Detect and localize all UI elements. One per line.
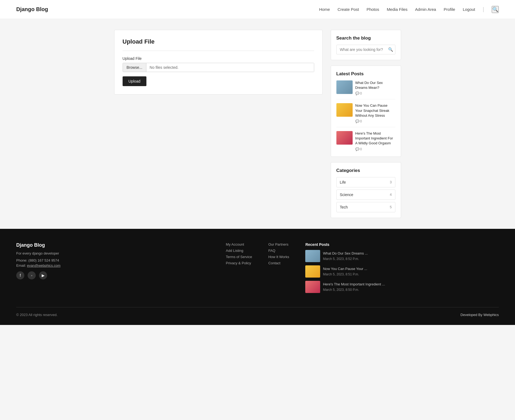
category-name-science: Science <box>340 193 353 197</box>
category-item-science[interactable]: Science 4 <box>336 190 395 200</box>
nav-media-files[interactable]: Media Files <box>387 7 408 12</box>
footer-link-how-it-works[interactable]: How It Works <box>268 255 289 259</box>
category-item-tech[interactable]: Tech 5 <box>336 202 395 212</box>
sidebar-post-thumb-2 <box>336 131 353 145</box>
sidebar-post-title-2[interactable]: Here's The Most Important Ingredient For… <box>355 131 395 146</box>
footer-col-2: Our Partners FAQ How It Works Contact <box>268 242 289 296</box>
footer-post-item-0: What Do Our Sex Dreams ... March 5, 2023… <box>305 250 499 262</box>
nav-profile[interactable]: Profile <box>444 7 455 12</box>
category-name-tech: Tech <box>340 205 348 209</box>
footer-links: My Account Add Listing Terms of Service … <box>226 242 289 296</box>
nav-logout[interactable]: Logout <box>463 7 475 12</box>
upload-section: Upload File Upload File Browse... No fil… <box>114 30 323 95</box>
site-footer: Django Blog For every django developer P… <box>0 229 515 325</box>
search-card: Search the blog 🔍 <box>331 30 401 60</box>
category-name-life: Life <box>340 180 346 184</box>
search-title: Search the blog <box>336 35 395 41</box>
nav-admin-area[interactable]: Admin Area <box>415 7 436 12</box>
footer-phone: Phone: (880) 167 524 9574 <box>16 258 210 262</box>
upload-title: Upload File <box>123 38 314 45</box>
footer-developed: Developed By Webphics <box>461 313 499 317</box>
footer-link-faq[interactable]: FAQ <box>268 249 289 253</box>
nav-home[interactable]: Home <box>319 7 330 12</box>
footer-brand: Django Blog For every django developer P… <box>16 242 210 296</box>
footer-post-title-0[interactable]: What Do Our Sex Dreams ... <box>323 251 499 256</box>
categories-card: Categories Life 3 Science 4 Tech 5 <box>331 162 401 218</box>
comment-icon: 💬 <box>355 119 359 123</box>
footer-post-date-2: March 5, 2023, 8:50 P.m. <box>323 288 499 292</box>
latest-posts-title: Latest Posts <box>336 71 395 77</box>
footer-link-add-listing[interactable]: Add Listing <box>226 249 252 253</box>
categories-title: Categories <box>336 168 395 173</box>
footer-post-date-0: March 5, 2023, 8:52 P.m. <box>323 257 499 261</box>
browse-button[interactable]: Browse... <box>123 63 146 72</box>
sidebar-post-comments-1: 💬 0 <box>355 119 395 123</box>
footer-post-item-2: Here's The Most Important Ingredient ...… <box>305 281 499 293</box>
footer-copyright: © 2023 All rights reserved. <box>16 313 58 317</box>
main-nav: Home Create Post Photos Media Files Admi… <box>319 6 499 13</box>
site-logo[interactable]: Django Blog <box>16 6 48 12</box>
sidebar-post-item: Now You Can Pause Your Snapchat Streak W… <box>336 103 395 127</box>
footer-col-1: My Account Add Listing Terms of Service … <box>226 242 252 296</box>
latest-posts-card: Latest Posts What Do Our Sex Dreams Mean… <box>331 66 401 157</box>
comment-icon: 💬 <box>355 92 359 95</box>
main-wrapper: Upload File Upload File Browse... No fil… <box>109 19 406 229</box>
instagram-icon[interactable]: ◦ <box>28 271 36 279</box>
footer-top: Django Blog For every django developer P… <box>16 242 499 296</box>
footer-bottom: © 2023 All rights reserved. Developed By… <box>16 307 499 317</box>
footer-tagline: For every django developer <box>16 251 210 256</box>
footer-post-date-1: March 5, 2023, 8:51 P.m. <box>323 272 499 276</box>
footer-link-partners[interactable]: Our Partners <box>268 242 289 246</box>
footer-link-terms[interactable]: Terms of Service <box>226 255 252 259</box>
footer-developer-name: Webphics <box>483 313 499 317</box>
sidebar-post-item: What Do Our Sex Dreams Mean? 💬 0 <box>336 80 395 99</box>
footer-post-thumb-0 <box>305 250 320 262</box>
footer-email: Email: evan@webphics.com <box>16 263 210 268</box>
category-count-life: 3 <box>390 180 392 184</box>
search-input[interactable] <box>336 45 395 54</box>
footer-link-my-account[interactable]: My Account <box>226 242 252 246</box>
footer-logo: Django Blog <box>16 242 210 248</box>
youtube-icon[interactable]: ▶ <box>39 271 47 279</box>
sidebar-post-comments-2: 💬 0 <box>355 147 395 151</box>
sidebar-post-item: Here's The Most Important Ingredient For… <box>336 131 395 151</box>
search-submit-button[interactable]: 🔍 <box>388 47 393 52</box>
upload-label: Upload File <box>123 56 314 61</box>
footer-post-title-2[interactable]: Here's The Most Important Ingredient ... <box>323 282 499 287</box>
footer-post-title-1[interactable]: Now You Can Pause Your ... <box>323 266 499 271</box>
footer-recent-title: Recent Posts <box>305 242 499 247</box>
sidebar-post-title-0[interactable]: What Do Our Sex Dreams Mean? <box>355 80 395 90</box>
footer-post-thumb-1 <box>305 265 320 278</box>
nav-create-post[interactable]: Create Post <box>337 7 359 12</box>
category-count-science: 4 <box>390 193 392 197</box>
sidebar: Search the blog 🔍 Latest Posts What Do O… <box>331 30 401 218</box>
footer-link-privacy[interactable]: Privacy & Policy <box>226 261 252 265</box>
footer-email-link[interactable]: evan@webphics.com <box>27 263 61 268</box>
category-item-life[interactable]: Life 3 <box>336 177 395 187</box>
header-search-icon[interactable]: 🔍 <box>492 6 499 13</box>
footer-link-contact[interactable]: Contact <box>268 261 289 265</box>
site-header: Django Blog Home Create Post Photos Medi… <box>0 0 515 19</box>
file-name-display: No files selected. <box>146 63 314 72</box>
sidebar-post-thumb-1 <box>336 103 353 117</box>
sidebar-post-comments-0: 💬 0 <box>355 92 395 95</box>
search-box: 🔍 <box>336 45 395 54</box>
facebook-icon[interactable]: f <box>16 271 24 279</box>
nav-photos[interactable]: Photos <box>366 7 379 12</box>
category-count-tech: 5 <box>390 205 392 209</box>
sidebar-post-thumb-0 <box>336 80 353 94</box>
upload-button[interactable]: Upload <box>123 76 146 86</box>
footer-recent-posts: Recent Posts What Do Our Sex Dreams ... … <box>305 242 499 296</box>
footer-post-item-1: Now You Can Pause Your ... March 5, 2023… <box>305 265 499 278</box>
footer-post-thumb-2 <box>305 281 320 293</box>
sidebar-post-title-1[interactable]: Now You Can Pause Your Snapchat Streak W… <box>355 103 395 118</box>
comment-icon: 💬 <box>355 147 359 151</box>
nav-divider: | <box>483 6 484 12</box>
file-input-row: Browse... No files selected. <box>123 63 314 72</box>
footer-social: f ◦ ▶ <box>16 271 210 279</box>
